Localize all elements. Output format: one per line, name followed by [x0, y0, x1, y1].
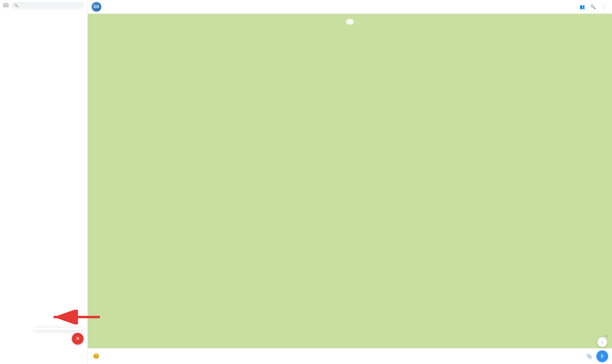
- search-box[interactable]: 🔍: [11, 2, 84, 9]
- unread-divider: [92, 20, 608, 24]
- message-input[interactable]: [103, 354, 582, 358]
- attach-button[interactable]: 📎: [585, 352, 594, 361]
- search-button[interactable]: 🔍: [589, 2, 597, 11]
- chat-header: DS 👥 🔍 ⋮: [88, 0, 612, 14]
- messages-area: [88, 14, 612, 348]
- emoji-button[interactable]: 😊: [92, 352, 100, 361]
- fab-area: ✕: [72, 333, 83, 345]
- mic-button[interactable]: 🎙: [597, 350, 608, 362]
- message-input-area: 😊 📎 🎙: [88, 348, 612, 364]
- chat-area: DS 👥 🔍 ⋮ ↓ 😊 📎 🎙: [88, 0, 612, 364]
- contacts-section: [0, 360, 87, 364]
- close-icon: ✕: [76, 336, 80, 341]
- scroll-down-icon: ↓: [601, 340, 603, 344]
- close-fab-button[interactable]: ✕: [72, 333, 83, 345]
- header-actions: 👥 🔍 ⋮: [578, 2, 608, 11]
- sidebar-header: 🔍: [0, 0, 87, 11]
- scroll-to-bottom-button[interactable]: ↓: [597, 337, 607, 347]
- search-input[interactable]: [20, 3, 82, 7]
- sidebar: 🔍 ✕: [0, 0, 88, 364]
- search-icon: 🔍: [14, 3, 18, 7]
- unread-label: [346, 19, 354, 25]
- members-button[interactable]: 👥: [578, 2, 587, 11]
- group-avatar[interactable]: DS: [92, 2, 101, 12]
- more-button[interactable]: ⋮: [599, 2, 608, 11]
- red-arrow-indicator: [49, 310, 102, 325]
- scroll-badge: [605, 336, 608, 336]
- mic-icon: 🎙: [600, 353, 605, 359]
- hamburger-menu-button[interactable]: [3, 2, 9, 8]
- chat-list: [0, 11, 87, 360]
- context-menu: [34, 328, 83, 330]
